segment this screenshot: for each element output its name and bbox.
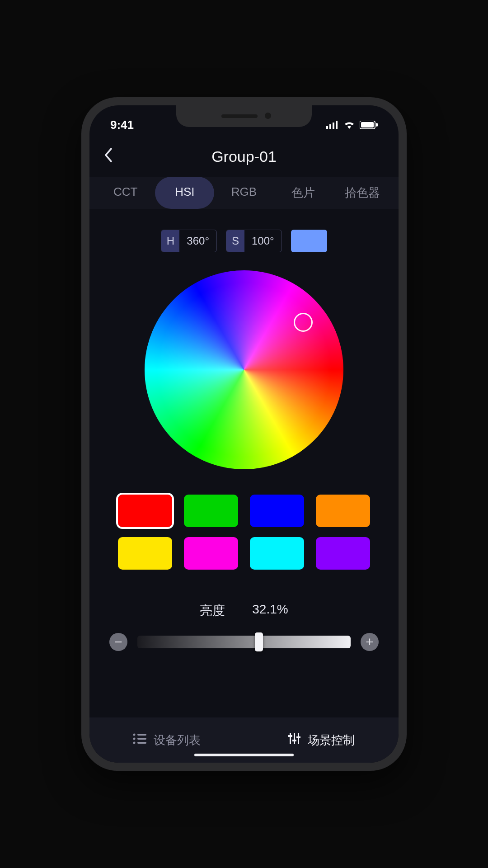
preset-red[interactable] bbox=[118, 495, 172, 527]
header: Group-01 bbox=[89, 137, 399, 176]
hs-row: H 360° S 100° bbox=[89, 230, 399, 252]
preset-magenta[interactable] bbox=[184, 537, 238, 570]
svg-rect-13 bbox=[290, 733, 291, 744]
color-wheel-wrap bbox=[89, 270, 399, 469]
svg-rect-18 bbox=[296, 736, 300, 738]
svg-rect-0 bbox=[326, 126, 328, 129]
preset-orange[interactable] bbox=[316, 495, 370, 527]
saturation-value: 100° bbox=[244, 230, 282, 252]
back-button[interactable] bbox=[103, 147, 121, 166]
brightness-section: 亮度 32.1% − + bbox=[89, 602, 399, 651]
preset-purple[interactable] bbox=[316, 537, 370, 570]
saturation-field[interactable]: S 100° bbox=[226, 230, 282, 252]
brightness-slider-thumb[interactable] bbox=[255, 632, 263, 651]
tab-cct[interactable]: CCT bbox=[96, 177, 155, 209]
brightness-decrease-button[interactable]: − bbox=[109, 633, 127, 651]
color-preview bbox=[291, 230, 327, 252]
notch bbox=[176, 105, 312, 127]
svg-rect-17 bbox=[298, 733, 299, 744]
tab-rgb[interactable]: RGB bbox=[214, 177, 273, 209]
preset-grid bbox=[89, 495, 399, 570]
home-indicator[interactable] bbox=[194, 754, 294, 756]
mode-tabs: CCT HSI RGB 色片 拾色器 bbox=[89, 177, 399, 209]
preset-blue[interactable] bbox=[250, 495, 304, 527]
svg-rect-15 bbox=[294, 733, 295, 744]
preset-cyan[interactable] bbox=[250, 537, 304, 570]
battery-icon bbox=[360, 118, 378, 132]
brightness-value: 32.1% bbox=[252, 602, 288, 619]
svg-rect-10 bbox=[137, 738, 146, 740]
brightness-labels: 亮度 32.1% bbox=[109, 602, 379, 619]
svg-rect-12 bbox=[137, 742, 146, 744]
wifi-icon bbox=[343, 118, 355, 132]
svg-rect-14 bbox=[288, 735, 292, 737]
screen: 9:41 Group-01 CCT HSI RGB bbox=[89, 105, 399, 763]
brightness-label: 亮度 bbox=[200, 602, 225, 619]
svg-rect-2 bbox=[333, 123, 334, 129]
tab-hsi[interactable]: HSI bbox=[155, 177, 214, 209]
brightness-slider-row: − + bbox=[109, 633, 379, 651]
brightness-slider[interactable] bbox=[137, 636, 351, 648]
hue-label: H bbox=[161, 230, 179, 252]
page-title: Group-01 bbox=[89, 148, 399, 165]
svg-rect-8 bbox=[137, 734, 146, 736]
nav-scene-control-label: 场景控制 bbox=[308, 732, 355, 748]
svg-point-11 bbox=[133, 741, 136, 744]
status-icons bbox=[326, 118, 378, 132]
color-wheel-handle[interactable] bbox=[294, 313, 313, 332]
svg-point-7 bbox=[133, 733, 136, 736]
tab-picker[interactable]: 拾色器 bbox=[333, 177, 392, 209]
svg-rect-5 bbox=[361, 122, 374, 127]
svg-rect-16 bbox=[292, 740, 296, 741]
brightness-increase-button[interactable]: + bbox=[361, 633, 379, 651]
hue-field[interactable]: H 360° bbox=[161, 230, 217, 252]
preset-yellow[interactable] bbox=[118, 537, 172, 570]
svg-rect-6 bbox=[376, 123, 378, 127]
saturation-label: S bbox=[226, 230, 244, 252]
svg-point-9 bbox=[133, 737, 136, 740]
status-time: 9:41 bbox=[110, 118, 134, 132]
signal-icon bbox=[326, 118, 339, 132]
phone-frame: 9:41 Group-01 CCT HSI RGB bbox=[81, 97, 407, 771]
hue-value: 360° bbox=[179, 230, 216, 252]
preset-green[interactable] bbox=[184, 495, 238, 527]
sliders-icon bbox=[288, 732, 300, 748]
nav-device-list-label: 设备列表 bbox=[154, 732, 201, 748]
svg-rect-3 bbox=[336, 121, 338, 129]
svg-rect-1 bbox=[329, 124, 331, 129]
tab-gel[interactable]: 色片 bbox=[274, 177, 333, 209]
color-wheel[interactable] bbox=[145, 270, 343, 469]
list-icon bbox=[133, 733, 146, 748]
